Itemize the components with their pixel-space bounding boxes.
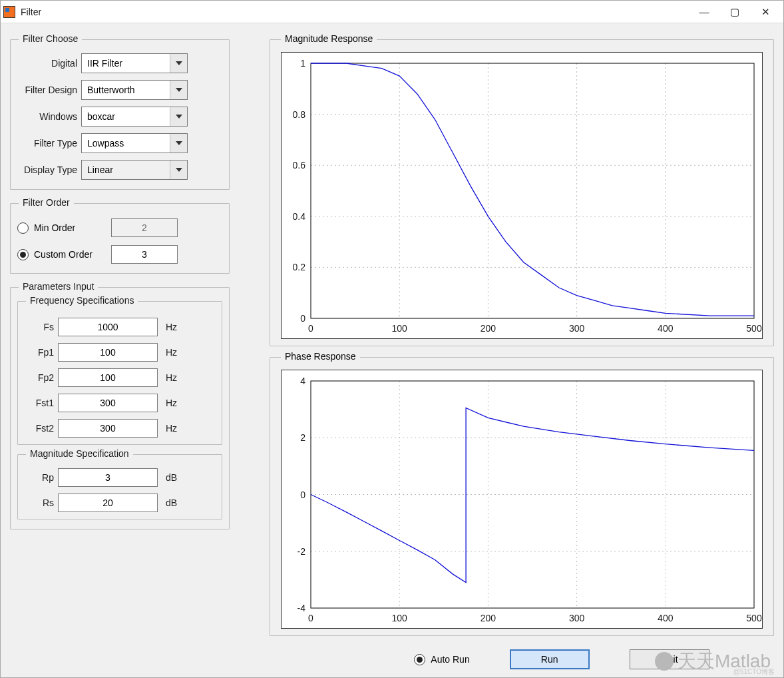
close-button[interactable]: ✕ bbox=[750, 1, 781, 23]
svg-text:300: 300 bbox=[569, 613, 585, 623]
svg-text:0.8: 0.8 bbox=[293, 109, 306, 120]
freq-input-fst2[interactable] bbox=[58, 419, 158, 438]
design-select[interactable]: Butterworth bbox=[81, 80, 188, 100]
phase-plot-area: Phase Response 0100200300400500-4-2024 bbox=[270, 357, 774, 636]
autorun-label: Auto Run bbox=[431, 654, 469, 665]
mag-label: Rp bbox=[23, 472, 54, 483]
mag-input-rs[interactable] bbox=[58, 494, 158, 512]
filtertype-label: Filter Type bbox=[17, 138, 77, 149]
svg-text:0: 0 bbox=[308, 323, 313, 334]
displaytype-label: Display Type bbox=[17, 165, 77, 175]
window-title: Filter bbox=[21, 7, 41, 17]
svg-text:100: 100 bbox=[392, 323, 408, 334]
magnitude-plot-area: Magnitude Response 010020030040050000.20… bbox=[270, 39, 774, 346]
params-legend: Parameters Input bbox=[19, 281, 98, 292]
svg-rect-28 bbox=[311, 381, 754, 608]
chevron-down-icon bbox=[170, 134, 187, 153]
freq-legend: Frequency Specifications bbox=[26, 295, 138, 306]
svg-text:100: 100 bbox=[392, 613, 408, 623]
svg-text:200: 200 bbox=[481, 613, 496, 623]
svg-text:4: 4 bbox=[300, 376, 305, 386]
run-button[interactable]: Run bbox=[510, 649, 590, 669]
freq-unit: Hz bbox=[162, 398, 180, 408]
svg-text:0.4: 0.4 bbox=[293, 211, 306, 222]
phase-plot: 0100200300400500-4-2024 bbox=[281, 370, 763, 629]
chevron-down-icon bbox=[170, 54, 187, 73]
left-panel: Filter Choose Digital IIR Filter Filter … bbox=[10, 39, 230, 669]
app-window: Filter — ▢ ✕ Filter Choose Digital IIR F… bbox=[0, 0, 784, 678]
svg-text:2: 2 bbox=[300, 432, 305, 443]
mag-unit: dB bbox=[162, 472, 180, 483]
svg-text:0.2: 0.2 bbox=[293, 262, 306, 272]
customorder-label: Custom Order bbox=[34, 249, 106, 260]
svg-rect-8 bbox=[311, 63, 754, 318]
phase-title: Phase Response bbox=[281, 351, 360, 362]
freq-label: Fp2 bbox=[23, 372, 54, 383]
freq-unit: Hz bbox=[162, 372, 180, 383]
customorder-value[interactable] bbox=[111, 245, 178, 264]
freq-unit: Hz bbox=[162, 322, 180, 332]
windows-label: Windows bbox=[17, 111, 77, 122]
freq-input-fp2[interactable] bbox=[58, 368, 158, 387]
params-box: Parameters Input Frequency Specification… bbox=[10, 287, 230, 529]
freq-label: Fs bbox=[23, 322, 54, 332]
freq-label: Fp1 bbox=[23, 347, 54, 358]
digital-label: Digital bbox=[17, 58, 77, 69]
freq-label: Fst1 bbox=[23, 398, 54, 408]
chevron-down-icon bbox=[170, 161, 187, 179]
chevron-down-icon bbox=[170, 107, 187, 126]
freq-input-fp1[interactable] bbox=[58, 343, 158, 362]
displaytype-select[interactable]: Linear bbox=[81, 160, 188, 180]
svg-text:-2: -2 bbox=[297, 546, 306, 557]
filter-choose-legend: Filter Choose bbox=[19, 33, 82, 44]
app-icon bbox=[3, 6, 15, 18]
svg-text:400: 400 bbox=[658, 323, 674, 334]
digital-select[interactable]: IIR Filter bbox=[81, 53, 188, 73]
main-content: Filter Choose Digital IIR Filter Filter … bbox=[1, 23, 783, 677]
customorder-radio[interactable] bbox=[17, 249, 29, 260]
freq-unit: Hz bbox=[162, 347, 180, 358]
chevron-down-icon bbox=[170, 81, 187, 99]
magnitude-plot: 010020030040050000.20.40.60.81 bbox=[281, 52, 763, 339]
mag-input-rp[interactable] bbox=[58, 468, 158, 487]
mag-unit: dB bbox=[162, 498, 180, 508]
windows-select[interactable]: boxcar bbox=[81, 107, 188, 127]
freq-box: Frequency Specifications FsHzFp1HzFp2HzF… bbox=[17, 301, 222, 445]
freq-label: Fst2 bbox=[23, 423, 54, 434]
svg-text:200: 200 bbox=[481, 323, 496, 334]
minimize-button[interactable]: — bbox=[689, 1, 719, 23]
mag-box: Magnitude Specification RpdBRsdB bbox=[17, 454, 222, 519]
title-bar: Filter — ▢ ✕ bbox=[1, 1, 783, 23]
filter-choose-box: Filter Choose Digital IIR Filter Filter … bbox=[10, 39, 230, 190]
magnitude-title: Magnitude Response bbox=[281, 33, 377, 44]
right-panel: Magnitude Response 010020030040050000.20… bbox=[270, 39, 774, 669]
svg-text:500: 500 bbox=[746, 323, 762, 334]
design-label: Filter Design bbox=[17, 85, 77, 95]
svg-text:500: 500 bbox=[746, 613, 762, 623]
svg-text:0.6: 0.6 bbox=[293, 160, 306, 170]
maximize-button[interactable]: ▢ bbox=[719, 1, 750, 23]
svg-text:0: 0 bbox=[300, 490, 305, 500]
svg-text:300: 300 bbox=[569, 323, 585, 334]
wechat-icon bbox=[655, 652, 674, 671]
mag-label: Rs bbox=[23, 498, 54, 508]
freq-input-fst1[interactable] bbox=[58, 394, 158, 412]
freq-unit: Hz bbox=[162, 423, 180, 434]
svg-text:0: 0 bbox=[300, 313, 305, 324]
freq-input-fs[interactable] bbox=[58, 318, 158, 336]
filter-order-box: Filter Order Min Order Custom Order bbox=[10, 203, 230, 274]
filter-order-legend: Filter Order bbox=[19, 197, 74, 208]
svg-text:400: 400 bbox=[658, 613, 674, 623]
filtertype-select[interactable]: Lowpass bbox=[81, 133, 188, 153]
minorder-value bbox=[111, 218, 178, 237]
mag-legend: Magnitude Specification bbox=[26, 448, 133, 459]
autorun-radio[interactable] bbox=[414, 654, 425, 665]
svg-text:-4: -4 bbox=[297, 603, 306, 613]
svg-text:0: 0 bbox=[308, 613, 313, 623]
corner-credit: @51CTO博客 bbox=[733, 667, 775, 677]
minorder-label: Min Order bbox=[34, 222, 106, 233]
svg-text:1: 1 bbox=[300, 58, 305, 69]
minorder-radio[interactable] bbox=[17, 222, 29, 234]
